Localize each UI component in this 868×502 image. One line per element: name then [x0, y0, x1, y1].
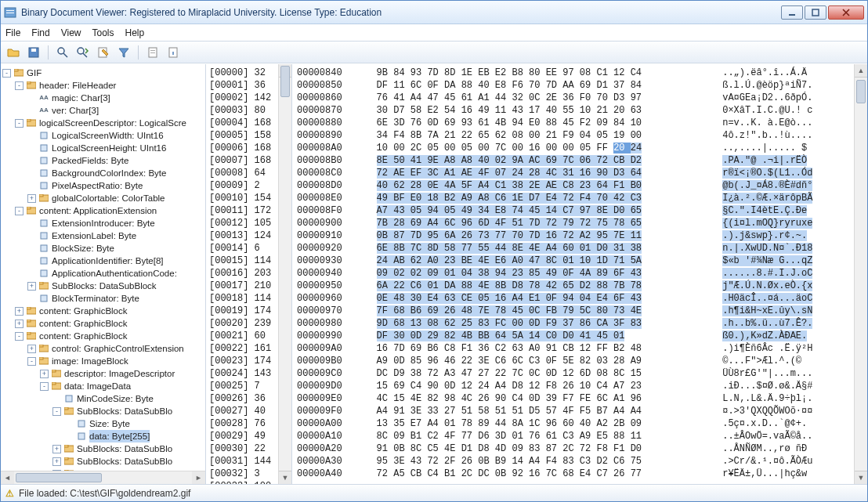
tree-row[interactable]: BlockTerminator: Byte	[2, 292, 204, 305]
offset-row[interactable]: [00018] 114	[209, 292, 275, 305]
tree-row[interactable]: data: Byte[255]	[2, 430, 204, 442]
offset-row[interactable]: [00017] 210	[209, 280, 275, 292]
hex-row[interactable]: 00000A10 8C 09 B1 C2 4F 77 D6 3D 01 76 6…	[297, 430, 849, 442]
info-icon[interactable]	[165, 45, 181, 60]
hex-row[interactable]: 00000A40 72 A5 CB C4 B1 2C DC 0B 92 16 7…	[297, 468, 849, 480]
expand-icon[interactable]: +	[27, 282, 36, 291]
tree-row[interactable]: BackgroundColorIndex: Byte	[2, 167, 204, 179]
offset-row[interactable]: [00004] 168	[209, 117, 275, 129]
expand-icon[interactable]: +	[15, 307, 24, 316]
expand-icon[interactable]: +	[52, 457, 61, 466]
expand-icon[interactable]: +	[15, 320, 24, 328]
tree-row[interactable]: ExtensionIntroducer: Byte	[2, 217, 204, 229]
tree-hscroll[interactable]: ◄►	[1, 471, 205, 484]
offset-row[interactable]: [00000] 32	[209, 67, 275, 79]
offset-row[interactable]: [00027] 40	[209, 405, 275, 417]
offset-row[interactable]: [00012] 105	[209, 217, 275, 229]
offset-row[interactable]: [00019] 174	[209, 305, 275, 317]
tree-row[interactable]: -image: ImageBlock	[2, 355, 204, 367]
offset-row[interactable]: [00011] 172	[209, 204, 275, 217]
tree-row[interactable]: ApplicationAuthenticationCode:	[2, 267, 204, 280]
tree-row[interactable]: -data: ImageData	[2, 380, 204, 392]
collapse-icon[interactable]: -	[15, 332, 24, 341]
expand-icon[interactable]: +	[27, 345, 36, 353]
tree-row[interactable]: AAmagic: Char[3]	[2, 92, 204, 104]
expand-icon[interactable]: +	[52, 445, 61, 453]
hex-row[interactable]: 000009A0 16 7D 69 B6 C8 F1 36 C2 63 A0 9…	[297, 342, 849, 355]
tree-row[interactable]: +content: GraphicBlock	[2, 305, 204, 317]
collapse-icon[interactable]: -	[15, 81, 24, 90]
tree-row[interactable]: ExtensionLabel: Byte	[2, 229, 204, 242]
offset-row[interactable]: [00026] 36	[209, 392, 275, 405]
tree-row[interactable]: +control: GraphicControlExtension	[2, 342, 204, 355]
offset-row[interactable]: [00016] 203	[209, 267, 275, 280]
collapse-icon[interactable]: -	[15, 207, 24, 215]
hex-row[interactable]: 00000930 24 AB 62 A0 23 BE 4E E6 A0 47 8…	[297, 255, 849, 267]
tree-row[interactable]: -header: FileHeader	[2, 79, 204, 92]
tree-row[interactable]: PackedFields: Byte	[2, 154, 204, 167]
offset-row[interactable]: [00015] 114	[209, 255, 275, 267]
tree-row[interactable]: Size: Byte	[2, 417, 204, 430]
menu-find[interactable]: Find	[31, 27, 49, 38]
tree-row[interactable]: AAver: Char[3]	[2, 104, 204, 117]
tree-row[interactable]: LogicalScreenWidth: UInt16	[2, 129, 204, 142]
offset-row[interactable]: [00029] 49	[209, 430, 275, 442]
hex-row[interactable]: 00000980 9D 68 13 08 62 25 83 FC 00 0D F…	[297, 317, 849, 330]
hex-row[interactable]: 000008D0 40 62 28 0E 4A 5F A4 C1 38 2E A…	[297, 179, 849, 192]
hex-row[interactable]: 000009C0 DC D9 38 72 A3 47 27 22 7C 0C 0…	[297, 367, 849, 380]
save-icon[interactable]	[26, 45, 42, 60]
offset-row[interactable]: [00021] 60	[209, 330, 275, 342]
collapse-icon[interactable]: -	[40, 382, 49, 391]
offset-row[interactable]: [00031] 144	[209, 455, 275, 468]
offset-row[interactable]: [00003] 80	[209, 104, 275, 117]
offsets-list[interactable]: [00000] 32[00001] 36[00002] 142[00003] 8…	[206, 64, 278, 484]
tree-row[interactable]: +SubBlocks: DataSubBlo	[2, 442, 204, 455]
tree-row[interactable]: -SubBlocks: DataSubBlo	[2, 405, 204, 417]
offset-row[interactable]: [00022] 161	[209, 342, 275, 355]
tree-row[interactable]: +SubBlocks: DataSubBlock	[2, 280, 204, 292]
tree-row[interactable]: LogicalScreenHeight: UInt16	[2, 142, 204, 154]
offset-row[interactable]: [00024] 143	[209, 367, 275, 380]
offset-row[interactable]: [00001] 36	[209, 79, 275, 92]
offset-row[interactable]: [00030] 22	[209, 442, 275, 455]
hex-row[interactable]: 00000A00 13 35 E7 A4 01 78 89 44 8A 1C 9…	[297, 417, 849, 430]
tree-row[interactable]: ApplicationIdentifier: Byte[8]	[2, 255, 204, 267]
offset-row[interactable]: [00033] 100	[209, 480, 275, 484]
offsets-vscroll[interactable]: ▲▼	[278, 64, 291, 484]
hex-row[interactable]: 00000880 6E 3D 76 0D 69 93 61 4B 94 E0 8…	[297, 117, 849, 129]
tree-row[interactable]: MinCodeSize: Byte	[2, 392, 204, 405]
hex-row[interactable]: 000008B0 8E 50 41 9E A8 A8 40 02 9A AC 6…	[297, 154, 849, 167]
hex-row[interactable]: 00000910 0B 87 7D 95 6A 26 73 77 70 7D 1…	[297, 229, 849, 242]
collapse-icon[interactable]: -	[15, 119, 24, 128]
filter-icon[interactable]	[116, 45, 132, 60]
offset-row[interactable]: [00028] 76	[209, 417, 275, 430]
hex-row[interactable]: 00000840 9B 84 93 7D 8D 1E EB E2 B8 80 E…	[297, 67, 849, 79]
structure-tree[interactable]: -GIF-header: FileHeaderAAmagic: Char[3]A…	[1, 64, 205, 471]
hex-vscroll[interactable]: ▲▼	[854, 64, 867, 484]
hex-row[interactable]: 000009F0 A4 91 3E 33 27 51 58 51 51 D5 5…	[297, 405, 849, 417]
minimize-button[interactable]	[781, 5, 803, 20]
hex-row[interactable]: 00000990 DF 30 0D 29 82 4B BB 64 5A 14 C…	[297, 330, 849, 342]
open-icon[interactable]	[5, 45, 21, 60]
offset-row[interactable]: [00002] 142	[209, 92, 275, 104]
expand-icon[interactable]: +	[40, 370, 49, 378]
hex-row[interactable]: 00000850 DF 11 6C 0F DA 88 40 E8 F6 70 7…	[297, 79, 849, 92]
offset-row[interactable]: [00025] 7	[209, 380, 275, 392]
expand-icon[interactable]: +	[27, 194, 36, 203]
hex-row[interactable]: 000008E0 49 BF E0 18 B2 A9 A8 C6 1E D7 E…	[297, 192, 849, 204]
hex-row[interactable]: 000009B0 A9 0D 85 96 46 22 3E C6 6C C3 0…	[297, 355, 849, 367]
hex-row[interactable]: 00000950 6A 22 C6 01 DA 88 4E 8B D8 78 4…	[297, 280, 849, 292]
tree-row[interactable]: +descriptor: ImageDescriptor	[2, 367, 204, 380]
hex-row[interactable]: 000009D0 15 69 C4 90 0D 12 24 A4 D8 12 F…	[297, 380, 849, 392]
tree-row[interactable]: +globalColortable: ColorTable	[2, 192, 204, 204]
offset-row[interactable]: [00005] 158	[209, 129, 275, 142]
close-button[interactable]	[828, 5, 864, 20]
collapse-icon[interactable]: -	[52, 407, 61, 416]
collapse-icon[interactable]: -	[27, 357, 36, 366]
offset-row[interactable]: [00007] 168	[209, 154, 275, 167]
tree-row[interactable]: -logicalScreenDescriptor: LogicalScre	[2, 117, 204, 129]
hex-row[interactable]: 00000970 7F 68 B6 69 26 48 7E 78 45 0C F…	[297, 305, 849, 317]
offset-row[interactable]: [00009] 2	[209, 179, 275, 192]
tree-row[interactable]: BlockSize: Byte	[2, 242, 204, 255]
find-icon[interactable]	[55, 45, 71, 60]
